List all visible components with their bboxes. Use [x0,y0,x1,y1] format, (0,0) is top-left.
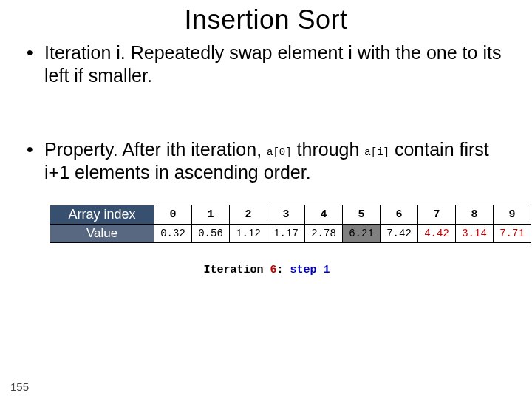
value-cell-unsorted: 7.71 [494,225,531,243]
index-cell: 0 [154,205,192,225]
value-cell-unsorted: 4.42 [418,225,456,243]
value-cell: 0.32 [154,225,192,243]
value-cell: 2.78 [305,225,343,243]
bullet-list: • Iteration i. Repeatedly swap element i… [37,41,510,184]
index-cell: 3 [267,205,305,225]
array-table: Array index 0 1 2 3 4 5 6 7 8 9 Value 0.… [50,205,532,243]
value-cell: 0.56 [192,225,230,243]
index-cell: 5 [343,205,381,225]
bullet-dot-icon: • [27,41,44,88]
page-number: 155 [10,381,29,393]
page-title: Insertion Sort [0,4,532,35]
value-cell: 7.42 [381,225,418,243]
value-cell: 1.17 [267,225,305,243]
bullet-dot-icon: • [27,138,44,185]
value-cell-highlight: 6.21 [343,225,381,243]
index-cell: 2 [230,205,267,225]
iteration-caption: Iteration 6: step 1 [50,264,483,276]
bullet-1-text: Iteration i. Repeatedly swap element i w… [44,41,510,88]
index-cell: 6 [381,205,418,225]
code-a0: a[0] [267,146,292,158]
index-cell: 1 [192,205,230,225]
table-row: Value 0.32 0.56 1.12 1.17 2.78 6.21 7.42… [50,225,531,243]
table-row: Array index 0 1 2 3 4 5 6 7 8 9 [50,205,531,225]
index-cell: 4 [305,205,343,225]
bullet-2-text: Property. After ith iteration, a[0] thro… [44,138,510,185]
value-cell: 1.12 [230,225,267,243]
bullet-1: • Iteration i. Repeatedly swap element i… [37,41,510,88]
index-cell: 7 [418,205,456,225]
value-cell-unsorted: 3.14 [456,225,494,243]
code-ai: a[i] [364,146,389,158]
index-cell: 8 [456,205,494,225]
row-label-value: Value [50,225,154,243]
row-label-index: Array index [50,205,154,225]
index-cell: 9 [494,205,531,225]
bullet-2: • Property. After ith iteration, a[0] th… [37,138,510,185]
